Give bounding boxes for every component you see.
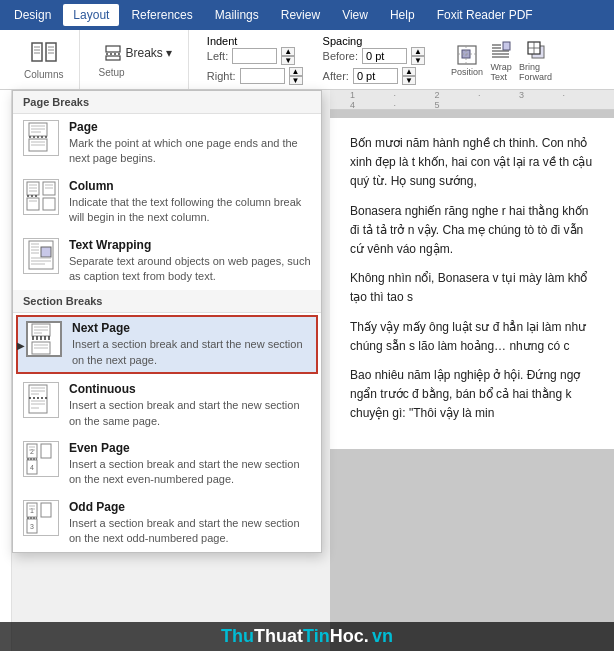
even-page-title: Even Page bbox=[69, 441, 311, 455]
svg-rect-8 bbox=[106, 46, 120, 52]
wrap-text-button[interactable]: WrapText bbox=[489, 38, 513, 82]
page-break-title: Page bbox=[69, 120, 311, 134]
odd-page-desc: Insert a section break and start the new… bbox=[69, 516, 311, 547]
menu-item-text-wrapping[interactable]: Text Wrapping Separate text around objec… bbox=[13, 232, 321, 291]
columns-label: Columns bbox=[24, 69, 63, 80]
indent-label: Indent bbox=[207, 35, 238, 47]
watermark-tin: Tin bbox=[303, 626, 330, 646]
spacing-before-spinner[interactable]: ▲ ▼ bbox=[411, 47, 425, 65]
wrap-text-label: WrapText bbox=[490, 62, 511, 82]
page-break-text: Page Mark the point at which one page en… bbox=[69, 120, 311, 167]
odd-page-icon: 1 3 bbox=[23, 500, 59, 536]
sidebar-left bbox=[0, 90, 12, 651]
tab-layout[interactable]: Layout bbox=[63, 4, 119, 26]
spacing-before-up[interactable]: ▲ bbox=[411, 47, 425, 56]
bring-forward-icon bbox=[524, 38, 548, 62]
menu-item-odd-page[interactable]: 1 3 Odd Page Insert a section break and … bbox=[13, 494, 321, 553]
spacing-after-up[interactable]: ▲ bbox=[402, 67, 416, 76]
column-break-icon bbox=[23, 179, 59, 215]
odd-page-text: Odd Page Insert a section break and star… bbox=[69, 500, 311, 547]
svg-rect-37 bbox=[43, 198, 55, 210]
document-page[interactable]: Bốn mươi năm hành nghề ch thinh. Con nhỏ… bbox=[330, 118, 614, 449]
wrap-icon bbox=[489, 38, 513, 62]
doc-paragraph-1: Bốn mươi năm hành nghề ch thinh. Con nhỏ… bbox=[350, 134, 594, 192]
bring-forward-label: BringForward bbox=[519, 62, 552, 82]
section-breaks-header: Section Breaks bbox=[13, 290, 321, 313]
tab-review[interactable]: Review bbox=[271, 4, 330, 26]
svg-rect-0 bbox=[32, 43, 42, 61]
spacing-before-down[interactable]: ▼ bbox=[411, 56, 425, 65]
tab-mailings[interactable]: Mailings bbox=[205, 4, 269, 26]
spacing-after-down[interactable]: ▼ bbox=[402, 76, 416, 85]
indent-right-input[interactable] bbox=[240, 68, 285, 84]
menu-item-next-page[interactable]: ▶ Next Page Insert a section break and s… bbox=[16, 315, 318, 374]
indent-left-input[interactable] bbox=[232, 48, 277, 64]
ruler: 1 · 2 · 3 · 4 · 5 bbox=[330, 90, 614, 110]
right-label: Right: bbox=[207, 70, 236, 82]
even-page-icon: 2 4 bbox=[23, 441, 59, 477]
menu-item-continuous[interactable]: Continuous Insert a section break and st… bbox=[13, 376, 321, 435]
tab-view[interactable]: View bbox=[332, 4, 378, 26]
even-page-desc: Insert a section break and start the new… bbox=[69, 457, 311, 488]
text-wrapping-icon bbox=[23, 238, 59, 274]
indent-spacing-area: Indent Left: ▲ ▼ Right: ▲ ▼ Spacing bbox=[197, 31, 435, 89]
svg-rect-1 bbox=[46, 43, 56, 61]
tab-design[interactable]: Design bbox=[4, 4, 61, 26]
toolbar: Columns Breaks ▾ Setup Indent Left: ▲ ▼ bbox=[0, 30, 614, 90]
watermark: ThuThuatTinHoc. vn bbox=[0, 622, 614, 651]
next-page-title: Next Page bbox=[72, 321, 308, 335]
menu-item-page[interactable]: Page Mark the point at which one page en… bbox=[13, 114, 321, 173]
spacing-after-spinner[interactable]: ▲ ▼ bbox=[402, 67, 416, 85]
page-break-icon bbox=[23, 120, 59, 156]
svg-rect-72 bbox=[41, 444, 51, 458]
spacing-after-input[interactable] bbox=[353, 68, 398, 84]
next-page-arrow: ▶ bbox=[17, 339, 25, 350]
continuous-desc: Insert a section break and start the new… bbox=[69, 398, 311, 429]
watermark-hoc: Hoc bbox=[330, 626, 364, 646]
setup-label: Setup bbox=[98, 67, 124, 78]
continuous-text: Continuous Insert a section break and st… bbox=[69, 382, 311, 429]
before-label: Before: bbox=[323, 50, 358, 62]
indent-group: Indent Left: ▲ ▼ Right: ▲ ▼ bbox=[207, 35, 303, 85]
position-icon bbox=[455, 43, 479, 67]
document-area: 1 · 2 · 3 · 4 · 5 Bốn mươi năm hành nghề… bbox=[330, 90, 614, 651]
left-label: Left: bbox=[207, 50, 228, 62]
page-breaks-header: Page Breaks bbox=[13, 91, 321, 114]
doc-paragraph-5: Bao nhiêu năm lập nghiệp ở hội. Đứng ngợ… bbox=[350, 366, 594, 424]
next-page-text: Next Page Insert a section break and sta… bbox=[72, 321, 308, 368]
columns-icon bbox=[30, 39, 58, 67]
text-wrapping-desc: Separate text around objects on web page… bbox=[69, 254, 311, 285]
tab-foxit[interactable]: Foxit Reader PDF bbox=[427, 4, 543, 26]
breaks-button[interactable]: Breaks ▾ bbox=[98, 41, 177, 65]
menu-item-column[interactable]: Column Indicate that the text following … bbox=[13, 173, 321, 232]
position-button[interactable]: Position bbox=[451, 43, 483, 77]
svg-text:2: 2 bbox=[30, 448, 34, 455]
arrange-group: Position WrapText BringForward bbox=[443, 34, 560, 86]
tab-references[interactable]: References bbox=[121, 4, 202, 26]
indent-left-spinner[interactable]: ▲ ▼ bbox=[281, 47, 295, 65]
bring-forward-button[interactable]: BringForward bbox=[519, 38, 552, 82]
tab-help[interactable]: Help bbox=[380, 4, 425, 26]
indent-left-down[interactable]: ▼ bbox=[281, 56, 295, 65]
continuous-icon bbox=[23, 382, 59, 418]
breaks-group: Breaks ▾ Setup bbox=[88, 30, 188, 89]
text-wrapping-text: Text Wrapping Separate text around objec… bbox=[69, 238, 311, 285]
spacing-before-input[interactable] bbox=[362, 48, 407, 64]
doc-paragraph-4: Thấy vậy mấy ông luật sư đ hẳn lại làm n… bbox=[350, 318, 594, 356]
indent-right-spinner[interactable]: ▲ ▼ bbox=[289, 67, 303, 85]
odd-page-title: Odd Page bbox=[69, 500, 311, 514]
breaks-icon bbox=[104, 44, 122, 62]
watermark-thuat: Thuat bbox=[254, 626, 303, 646]
text-wrapping-title: Text Wrapping bbox=[69, 238, 311, 252]
indent-left-up[interactable]: ▲ bbox=[281, 47, 295, 56]
svg-text:3: 3 bbox=[30, 523, 34, 530]
after-label: After: bbox=[323, 70, 349, 82]
position-label: Position bbox=[451, 67, 483, 77]
even-page-text: Even Page Insert a section break and sta… bbox=[69, 441, 311, 488]
svg-rect-15 bbox=[503, 42, 510, 50]
spacing-label: Spacing bbox=[323, 35, 363, 47]
page-break-desc: Mark the point at which one page ends an… bbox=[69, 136, 311, 167]
indent-right-up[interactable]: ▲ bbox=[289, 67, 303, 76]
menu-item-even-page[interactable]: 2 4 Even Page Insert a section break and… bbox=[13, 435, 321, 494]
indent-right-down[interactable]: ▼ bbox=[289, 76, 303, 85]
